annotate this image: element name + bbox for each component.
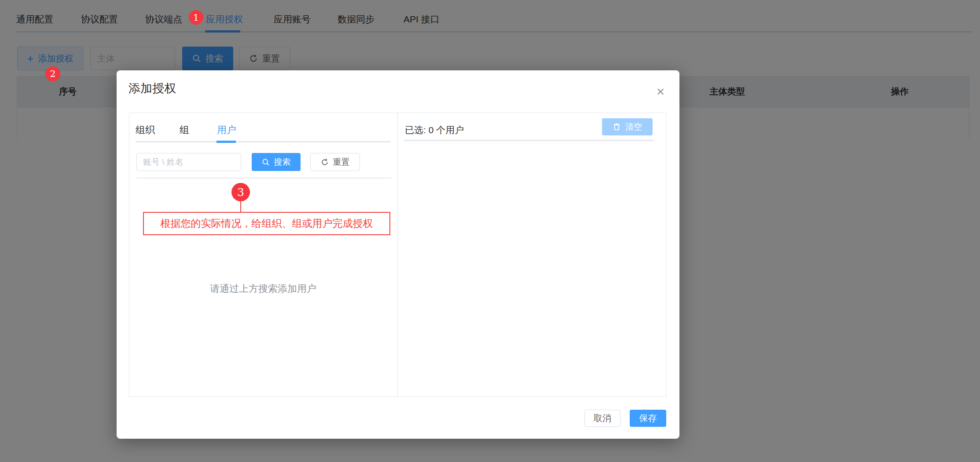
modal-search-button[interactable]: 搜索: [252, 153, 301, 171]
annotation-text: 根据您的实际情况，给组织、组或用户完成授权: [161, 217, 373, 230]
step-badge-3: 3: [231, 183, 250, 201]
selected-count-label: 已选: 0 个用户: [405, 124, 464, 136]
modal-reset-label: 重置: [333, 156, 350, 168]
cancel-button[interactable]: 取消: [584, 410, 620, 427]
left-panel-divider: [136, 178, 392, 178]
tab-user[interactable]: 用户: [217, 124, 236, 137]
annotation-box: 根据您的实际情况，给组织、组或用户完成授权: [143, 212, 390, 235]
trash-icon: [613, 123, 621, 131]
tab-organization[interactable]: 组织: [136, 124, 155, 137]
modal-reset-button[interactable]: 重置: [310, 153, 360, 171]
step-badge-1: 1: [189, 10, 203, 25]
active-modal-tab-indicator: [217, 141, 236, 143]
search-icon: [262, 158, 270, 166]
close-icon[interactable]: ×: [653, 84, 668, 99]
refresh-icon: [321, 158, 329, 166]
account-name-input[interactable]: [136, 153, 241, 171]
clear-label: 清空: [625, 121, 642, 133]
dialog-title: 添加授权: [128, 80, 176, 96]
panel-divider: [397, 113, 398, 397]
tab-group[interactable]: 组: [180, 124, 189, 137]
tabs-track: [136, 141, 391, 142]
step-badge-2: 2: [45, 66, 60, 81]
save-button[interactable]: 保存: [630, 410, 666, 427]
right-panel-divider: [404, 140, 653, 141]
modal-search-label: 搜索: [274, 156, 291, 168]
annotation-connector-line: [240, 201, 241, 212]
app-window: 通用配置 协议配置 协议端点 应用授权 应用账号 数据同步 API 接口 + 添…: [0, 0, 980, 462]
add-authorization-dialog: 添加授权 × 组织 组 用户 搜索 重置 3 根据您的实际情况，给组织、组或用户…: [117, 70, 679, 439]
empty-state-text: 请通过上方搜索添加用户: [129, 282, 397, 295]
clear-button[interactable]: 清空: [602, 118, 653, 135]
